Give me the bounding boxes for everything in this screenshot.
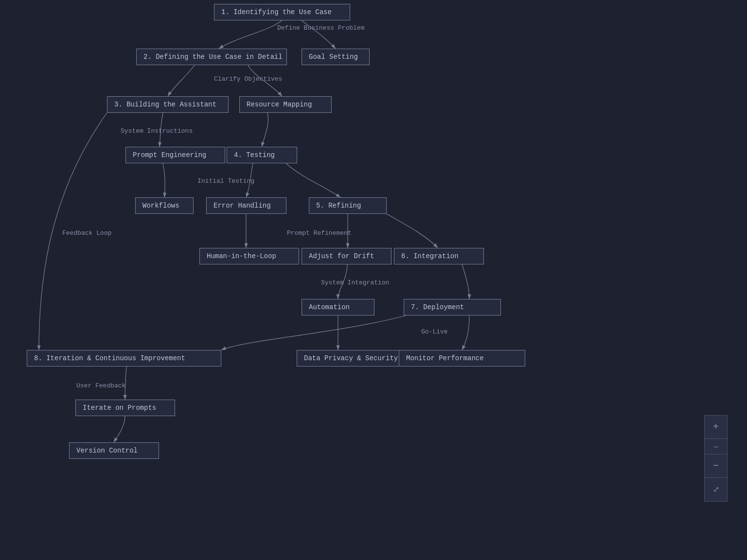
node-refining[interactable]: 5. Refining bbox=[309, 197, 387, 214]
node-deployment[interactable]: 7. Deployment bbox=[404, 299, 501, 315]
node-define[interactable]: 2. Defining the Use Case in Detail bbox=[136, 49, 287, 65]
zoom-controls: + — − ⤢ bbox=[704, 415, 728, 502]
label-prompt-refinement: Prompt Refinement bbox=[287, 229, 352, 237]
node-identify[interactable]: 1. Identifying the Use Case bbox=[214, 4, 350, 20]
node-automation[interactable]: Automation bbox=[302, 299, 374, 315]
label-system-instr: System Instructions bbox=[121, 127, 193, 135]
node-adjust[interactable]: Adjust for Drift bbox=[302, 248, 391, 264]
label-define-business: Define Business Problem bbox=[277, 24, 364, 32]
diagram-container: 1. Identifying the Use Case Define Busin… bbox=[0, 0, 747, 560]
node-building[interactable]: 3. Building the Assistant bbox=[107, 96, 229, 113]
label-initial-testing: Initial Testing bbox=[197, 177, 254, 185]
expand-button[interactable]: ⤢ bbox=[704, 478, 728, 501]
node-monitor[interactable]: Monitor Performance bbox=[399, 350, 525, 367]
label-clarify: Clarify Objectives bbox=[214, 75, 282, 83]
label-feedback-loop: Feedback Loop bbox=[62, 229, 111, 237]
node-iteration[interactable]: 8. Iteration & Continuous Improvement bbox=[27, 350, 221, 367]
node-error[interactable]: Error Handling bbox=[206, 197, 286, 214]
node-prompt[interactable]: Prompt Engineering bbox=[125, 147, 225, 163]
node-testing[interactable]: 4. Testing bbox=[227, 147, 297, 163]
node-resource[interactable]: Resource Mapping bbox=[239, 96, 332, 113]
zoom-out-button[interactable]: − bbox=[704, 455, 728, 478]
node-goal[interactable]: Goal Setting bbox=[302, 49, 370, 65]
label-system-integration: System Integration bbox=[321, 279, 389, 286]
node-integration[interactable]: 6. Integration bbox=[394, 248, 484, 264]
zoom-in-button[interactable]: + bbox=[704, 416, 728, 439]
label-go-live: Go-Live bbox=[421, 328, 448, 335]
zoom-divider: — bbox=[704, 439, 728, 455]
node-iterate-prompts[interactable]: Iterate on Prompts bbox=[75, 400, 175, 416]
node-version-control[interactable]: Version Control bbox=[69, 442, 159, 459]
node-human[interactable]: Human-in-the-Loop bbox=[199, 248, 299, 264]
node-workflows[interactable]: Workflows bbox=[135, 197, 194, 214]
label-user-feedback: User Feedback bbox=[76, 382, 125, 389]
